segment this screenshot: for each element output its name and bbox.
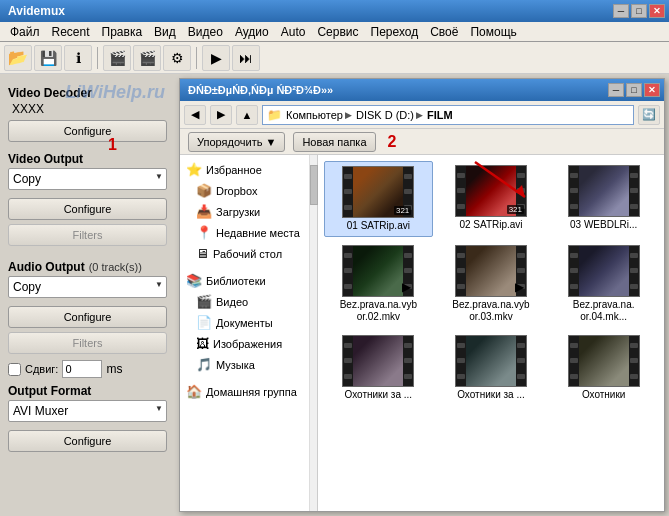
- file-name-3: Bez.prava.na.vyb or.02.mkv: [338, 299, 418, 323]
- tree-item-libraries[interactable]: 📚 Библиотеки: [180, 270, 309, 291]
- tree-label-images: Изображения: [213, 338, 282, 350]
- film-strip-right-7: [516, 336, 526, 386]
- tree-item-recent[interactable]: 📍 Недавние места: [180, 222, 309, 243]
- file-item-3[interactable]: ▶ Bez.prava.na.vyb or.02.mkv: [324, 241, 433, 327]
- toolbar-separator-2: [196, 47, 197, 69]
- address-part-1[interactable]: Компьютер: [286, 109, 343, 121]
- file-name-7: Охотники за ...: [457, 389, 525, 401]
- menu-help[interactable]: Помощь: [464, 23, 522, 41]
- file-name-1: 02 SATRip.avi: [459, 219, 522, 231]
- film-strip-left-1: [456, 166, 466, 216]
- menu-custom[interactable]: Своё: [424, 23, 464, 41]
- file-item-6[interactable]: Охотники за ...: [324, 331, 433, 405]
- menu-goto[interactable]: Переход: [365, 23, 425, 41]
- up-button[interactable]: ▲: [236, 105, 258, 125]
- scrollbar-thumb[interactable]: [310, 165, 318, 205]
- tree-label-video: Видео: [216, 296, 248, 308]
- close-button[interactable]: ✕: [649, 4, 665, 18]
- video-btn-1[interactable]: 🎬: [103, 45, 131, 71]
- new-folder-button[interactable]: Новая папка: [293, 132, 375, 152]
- file-item-8[interactable]: Охотники: [549, 331, 658, 405]
- tree-item-dropbox[interactable]: 📦 Dropbox: [180, 180, 309, 201]
- minimize-button[interactable]: ─: [613, 4, 629, 18]
- tree-item-music[interactable]: 🎵 Музыка: [180, 354, 309, 375]
- dialog-title: ĐŃĐ±ĐµŃĐ,ŃĐµ ŃĐ²Đ¾Đ»»: [188, 84, 333, 96]
- libraries-icon: 📚: [186, 273, 202, 288]
- organize-button[interactable]: Упорядочить ▼: [188, 132, 285, 152]
- address-part-3[interactable]: FILM: [427, 109, 453, 121]
- output-format-configure-button[interactable]: Configure: [8, 430, 167, 452]
- film-strip-left-3: [343, 246, 353, 296]
- settings-button[interactable]: ⚙: [163, 45, 191, 71]
- video-output-filters-button[interactable]: Filters: [8, 224, 167, 246]
- address-film: FILM: [427, 109, 453, 121]
- menu-audio[interactable]: Аудио: [229, 23, 275, 41]
- tree-item-favorites[interactable]: ⭐ Избранное: [180, 159, 309, 180]
- file-item-2[interactable]: 03 WEBDLRi...: [549, 161, 658, 237]
- video-decoder-configure-button[interactable]: Configure: [8, 120, 167, 142]
- file-name-6: Охотники за ...: [345, 389, 413, 401]
- file-item-4[interactable]: ▶ Bez.prava.na.vyb or.03.mkv: [437, 241, 546, 327]
- file-thumb-7: [455, 335, 527, 387]
- desktop-icon: 🖥: [196, 246, 209, 261]
- tree-item-desktop[interactable]: 🖥 Рабочий стол: [180, 243, 309, 264]
- menu-bar: Файл Recent Правка Вид Видео Аудио Auto …: [0, 22, 669, 42]
- dialog-close-button[interactable]: ✕: [644, 83, 660, 97]
- tree-label-libraries: Библиотеки: [206, 275, 266, 287]
- menu-recent[interactable]: Recent: [46, 23, 96, 41]
- homegroup-icon: 🏠: [186, 384, 202, 399]
- menu-service[interactable]: Сервис: [311, 23, 364, 41]
- dialog-title-bar: ĐŃĐ±ĐµŃĐ,ŃĐµ ŃĐ²Đ¾Đ»» ─ □ ✕: [180, 79, 664, 101]
- refresh-button[interactable]: 🔄: [638, 105, 660, 125]
- audio-output-configure-button[interactable]: Configure: [8, 306, 167, 328]
- menu-edit[interactable]: Правка: [96, 23, 149, 41]
- audio-output-dropdown[interactable]: Copy: [8, 276, 167, 298]
- shift-input[interactable]: [62, 360, 102, 378]
- back-button[interactable]: ◀: [184, 105, 206, 125]
- video-btn-2[interactable]: 🎬: [133, 45, 161, 71]
- svg-marker-1: [515, 185, 525, 197]
- menu-video[interactable]: Видео: [182, 23, 229, 41]
- file-thumb-6: [342, 335, 414, 387]
- downloads-icon: 📥: [196, 204, 212, 219]
- maximize-button[interactable]: □: [631, 4, 647, 18]
- tree-scrollbar[interactable]: [310, 155, 318, 511]
- dialog-minimize-button[interactable]: ─: [608, 83, 624, 97]
- video-output-configure-button[interactable]: Configure: [8, 198, 167, 220]
- tree-item-documents[interactable]: 📄 Документы: [180, 312, 309, 333]
- film-strip-right-8: [629, 336, 639, 386]
- file-item-5[interactable]: Bez.prava.na. or.04.mk...: [549, 241, 658, 327]
- video-output-dropdown[interactable]: Copy: [8, 168, 167, 190]
- video-output-title: Video Output: [8, 152, 167, 166]
- address-disk: DISK D (D:) ▶: [356, 109, 423, 121]
- info-button[interactable]: ℹ: [64, 45, 92, 71]
- output-format-dropdown[interactable]: AVI Muxer: [8, 400, 167, 422]
- tree-item-images[interactable]: 🖼 Изображения: [180, 333, 309, 354]
- address-part-2[interactable]: DISK D (D:): [356, 109, 414, 121]
- dialog-maximize-button[interactable]: □: [626, 83, 642, 97]
- address-separator-1: ▶: [345, 110, 352, 120]
- tree-item-downloads[interactable]: 📥 Загрузки: [180, 201, 309, 222]
- file-item-0[interactable]: 321 01 SATRip.avi: [324, 161, 433, 237]
- menu-file[interactable]: Файл: [4, 23, 46, 41]
- save-button[interactable]: 💾: [34, 45, 62, 71]
- tree-label-downloads: Загрузки: [216, 206, 260, 218]
- shift-checkbox[interactable]: [8, 363, 21, 376]
- main-content: LiWiHelp.ru Video Decoder XXXX Configure…: [0, 74, 669, 516]
- audio-output-dropdown-wrapper: Copy: [8, 276, 167, 302]
- menu-view[interactable]: Вид: [148, 23, 182, 41]
- title-bar: Avidemux ─ □ ✕: [0, 0, 669, 22]
- menu-auto[interactable]: Auto: [275, 23, 312, 41]
- tree-label-dropbox: Dropbox: [216, 185, 258, 197]
- forward-button[interactable]: ▶: [210, 105, 232, 125]
- file-thumb-8: [568, 335, 640, 387]
- skip-button[interactable]: ⏭: [232, 45, 260, 71]
- file-item-7[interactable]: Охотники за ...: [437, 331, 546, 405]
- play-button[interactable]: ▶: [202, 45, 230, 71]
- tree-item-video[interactable]: 🎬 Видео: [180, 291, 309, 312]
- film-strip-left-5: [569, 246, 579, 296]
- tree-item-homegroup[interactable]: 🏠 Домашняя группа: [180, 381, 309, 402]
- dialog-title-buttons: ─ □ ✕: [608, 83, 660, 97]
- audio-output-filters-button[interactable]: Filters: [8, 332, 167, 354]
- open-button[interactable]: 📂: [4, 45, 32, 71]
